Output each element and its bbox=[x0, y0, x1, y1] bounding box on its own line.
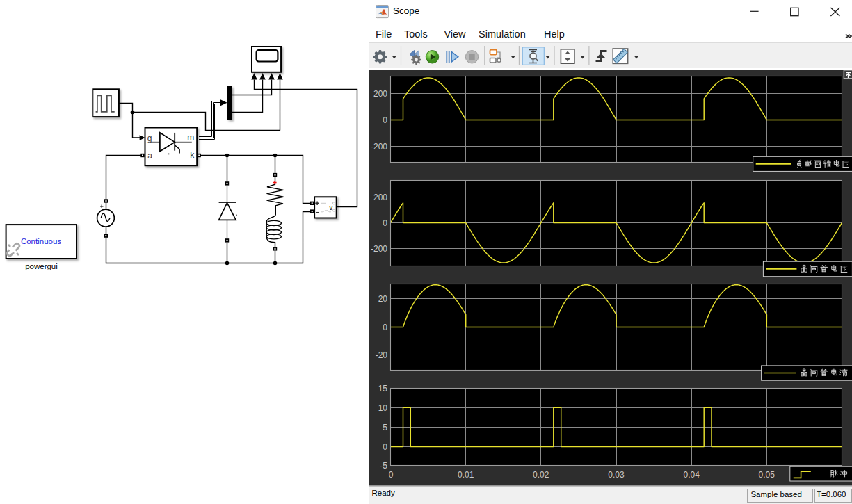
svg-text:5: 5 bbox=[383, 423, 387, 432]
svg-text:k: k bbox=[190, 150, 195, 160]
svg-text:a: a bbox=[147, 151, 152, 161]
svg-text:10: 10 bbox=[378, 403, 388, 413]
svg-text:20: 20 bbox=[378, 294, 388, 304]
svg-text:0: 0 bbox=[383, 115, 387, 125]
svg-text:-20: -20 bbox=[376, 350, 388, 360]
svg-text:0: 0 bbox=[389, 470, 394, 480]
svg-text:0.02: 0.02 bbox=[533, 470, 549, 480]
svg-text:0: 0 bbox=[383, 218, 387, 228]
svg-text:0: 0 bbox=[383, 442, 387, 452]
svg-text:Continuous: Continuous bbox=[21, 237, 61, 245]
svg-text:0.05: 0.05 bbox=[759, 470, 775, 480]
svg-text:0.01: 0.01 bbox=[458, 470, 474, 480]
svg-text:v: v bbox=[329, 203, 333, 211]
svg-text:-5: -5 bbox=[380, 461, 387, 471]
svg-text:0.03: 0.03 bbox=[608, 470, 625, 480]
svg-text:0: 0 bbox=[383, 323, 387, 332]
svg-text:-200: -200 bbox=[371, 244, 387, 254]
svg-text:g: g bbox=[147, 133, 152, 143]
svg-text:powergui: powergui bbox=[25, 262, 58, 270]
svg-text:0.04: 0.04 bbox=[684, 470, 700, 480]
svg-text:200: 200 bbox=[373, 89, 387, 99]
svg-text:m: m bbox=[187, 133, 194, 143]
svg-text:200: 200 bbox=[373, 193, 387, 202]
svg-text:-200: -200 bbox=[371, 142, 387, 152]
svg-text:15: 15 bbox=[378, 384, 388, 393]
